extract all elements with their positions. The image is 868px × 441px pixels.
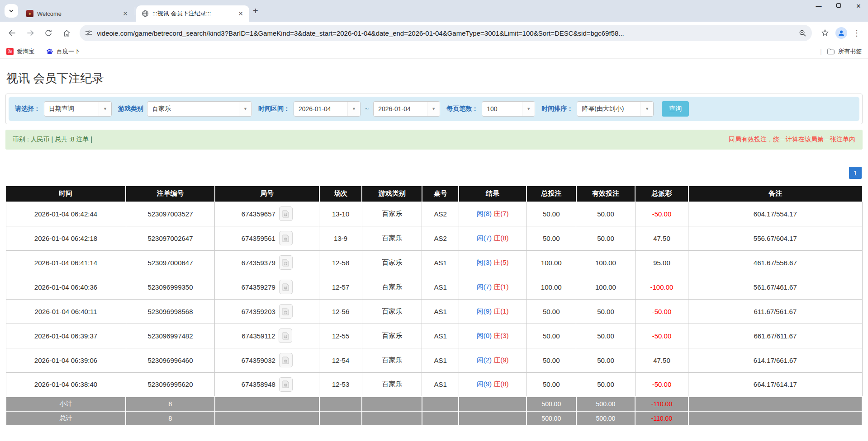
tab-search-button[interactable] bbox=[5, 4, 18, 18]
video-file-icon bbox=[282, 332, 289, 340]
total-bet-cell[interactable]: 100.00 bbox=[526, 275, 576, 299]
browser-menu-button[interactable]: ⋮ bbox=[850, 28, 863, 38]
query-type-value: 日期查询 bbox=[44, 105, 99, 113]
note-cell: 614.17/661.67 bbox=[688, 348, 862, 372]
query-type-dropdown[interactable]: 日期查询 ▼ bbox=[44, 101, 112, 117]
video-replay-button[interactable] bbox=[279, 280, 293, 294]
session-cell: 12-58 bbox=[319, 250, 362, 275]
banker-result: 庄(9) bbox=[493, 356, 508, 364]
date-range-label: 时间区间： bbox=[258, 105, 290, 113]
folder-icon bbox=[827, 48, 835, 55]
total-bet-cell[interactable]: 50.00 bbox=[526, 226, 576, 250]
date-end-dropdown[interactable]: 2026-01-04 ▼ bbox=[373, 101, 440, 117]
reload-button[interactable] bbox=[41, 25, 56, 41]
table-no-cell: AS1 bbox=[422, 250, 459, 275]
video-replay-button[interactable] bbox=[279, 328, 292, 343]
total-bet-cell[interactable]: 50.00 bbox=[526, 299, 576, 324]
address-bar[interactable]: videoie.com/game/betrecord_search/kind3?… bbox=[80, 25, 812, 41]
round-no-cell: 674359032 bbox=[215, 348, 319, 372]
url-text[interactable]: videoie.com/game/betrecord_search/kind3?… bbox=[97, 29, 794, 37]
select-type-label: 请选择： bbox=[15, 105, 40, 113]
result-cell: 闲(0) 庄(3) bbox=[459, 324, 526, 348]
bookmark-aitaobao[interactable]: 淘 爱淘宝 bbox=[6, 47, 34, 56]
search-button[interactable]: 查询 bbox=[662, 101, 689, 117]
date-start-dropdown[interactable]: 2026-01-04 ▼ bbox=[294, 101, 360, 117]
total-bet-cell[interactable]: 50.00 bbox=[526, 202, 576, 226]
video-file-icon bbox=[282, 210, 289, 218]
player-result: 闲(0) bbox=[477, 332, 492, 339]
maximize-button[interactable] bbox=[832, 3, 845, 9]
result-cell: 闲(9) 庄(8) bbox=[459, 372, 526, 397]
forward-button[interactable] bbox=[23, 25, 38, 41]
total-bet-cell[interactable]: 50.00 bbox=[526, 372, 576, 397]
header-round-no: 局号 bbox=[215, 186, 319, 202]
close-window-button[interactable]: ✕ bbox=[852, 3, 865, 9]
total-bet-cell[interactable]: 50.00 bbox=[526, 324, 576, 348]
chevron-down-icon[interactable]: ▼ bbox=[640, 102, 653, 116]
new-tab-button[interactable]: + bbox=[253, 6, 258, 15]
tab-bet-record[interactable]: :::视讯 会员下注纪录::: ✕ bbox=[136, 5, 249, 22]
sort-dropdown[interactable]: 降幂(由大到小) ▼ bbox=[577, 101, 654, 117]
bookmarks-divider: | bbox=[820, 47, 822, 55]
video-replay-button[interactable] bbox=[279, 377, 293, 392]
round-no-cell: 674359561 bbox=[215, 226, 319, 250]
result-cell: 闲(9) 庄(1) bbox=[459, 299, 526, 324]
total-bet-cell[interactable]: 100.00 bbox=[526, 250, 576, 275]
game-kind-cell: 百家乐 bbox=[362, 250, 422, 275]
bookmark-baidu[interactable]: 百度一下 bbox=[46, 47, 80, 56]
table-row: 2026-01-04 06:40:36523096999350674359279… bbox=[6, 275, 862, 299]
chevron-down-icon[interactable]: ▼ bbox=[347, 102, 360, 116]
video-file-icon bbox=[282, 259, 289, 267]
chevron-down-icon[interactable]: ▼ bbox=[239, 102, 251, 116]
summary-bar: 币别 : 人民币 | 总共 :8 注单 | 同局有效投注，统一计算在该局第一张注… bbox=[5, 130, 863, 150]
bet-no-cell: 523096997482 bbox=[126, 324, 215, 348]
profile-button[interactable] bbox=[835, 27, 847, 39]
video-replay-button[interactable] bbox=[279, 353, 293, 367]
chevron-down-icon[interactable]: ▼ bbox=[427, 102, 440, 116]
game-kind-cell: 百家乐 bbox=[362, 324, 422, 348]
table-no-cell: AS2 bbox=[422, 202, 459, 226]
result-cell: 闲(3) 庄(5) bbox=[459, 250, 526, 275]
header-time: 时间 bbox=[6, 186, 126, 202]
chevron-down-icon[interactable]: ▼ bbox=[522, 102, 535, 116]
chevron-down-icon[interactable]: ▼ bbox=[99, 102, 111, 116]
bookmark-star-button[interactable] bbox=[817, 25, 833, 41]
total-bet-cell[interactable]: 50.00 bbox=[526, 348, 576, 372]
per-page-dropdown[interactable]: 100 ▼ bbox=[482, 101, 535, 117]
note-cell: 664.17/614.17 bbox=[688, 372, 862, 397]
site-settings-icon[interactable] bbox=[85, 29, 92, 37]
globe-icon bbox=[142, 10, 149, 17]
sort-label: 时间排序： bbox=[541, 105, 573, 113]
round-no-cell: 674359203 bbox=[215, 299, 319, 324]
close-tab-icon[interactable]: ✕ bbox=[237, 9, 245, 18]
note-cell: 661.67/611.67 bbox=[688, 324, 862, 348]
back-button[interactable] bbox=[5, 25, 20, 41]
payout-cell: 95.00 bbox=[635, 250, 688, 275]
game-kind-dropdown[interactable]: 百家乐 ▼ bbox=[147, 101, 252, 117]
minimize-button[interactable]: — bbox=[812, 3, 825, 9]
filter-well: 请选择： 日期查询 ▼ 游戏类别 百家乐 ▼ 时间区间： 2026-01-04 … bbox=[9, 97, 859, 121]
video-replay-button[interactable] bbox=[279, 206, 293, 221]
video-replay-button[interactable] bbox=[279, 231, 293, 245]
bet-no-cell: 523097000647 bbox=[126, 250, 215, 275]
page-1-button[interactable]: 1 bbox=[849, 167, 862, 179]
star-icon bbox=[821, 29, 829, 37]
close-tab-icon[interactable]: ✕ bbox=[121, 9, 129, 18]
footer-total-bet-cell: 500.00 bbox=[526, 397, 576, 411]
tab-title: :::视讯 会员下注纪录::: bbox=[152, 9, 233, 18]
video-replay-button[interactable] bbox=[279, 304, 293, 319]
table-no-cell: AS2 bbox=[422, 226, 459, 250]
welcome-favicon: ♠ bbox=[26, 10, 33, 17]
player-result: 闲(2) bbox=[477, 356, 492, 364]
zoom-out-icon[interactable] bbox=[799, 29, 806, 37]
grand-total-row: 总计8500.00500.00-110.00 bbox=[6, 411, 862, 426]
date-end-value: 2026-01-04 bbox=[374, 105, 427, 113]
video-replay-button[interactable] bbox=[279, 255, 293, 270]
tab-welcome[interactable]: ♠ Welcome ✕ bbox=[21, 5, 134, 22]
all-bookmarks-button[interactable]: | 所有书签 bbox=[820, 47, 862, 56]
header-session: 场次 bbox=[319, 186, 362, 202]
filter-panel: 请选择： 日期查询 ▼ 游戏类别 百家乐 ▼ 时间区间： 2026-01-04 … bbox=[5, 94, 863, 124]
time-cell: 2026-01-04 06:42:18 bbox=[6, 226, 126, 250]
game-kind-cell: 百家乐 bbox=[362, 226, 422, 250]
home-button[interactable] bbox=[59, 25, 74, 41]
